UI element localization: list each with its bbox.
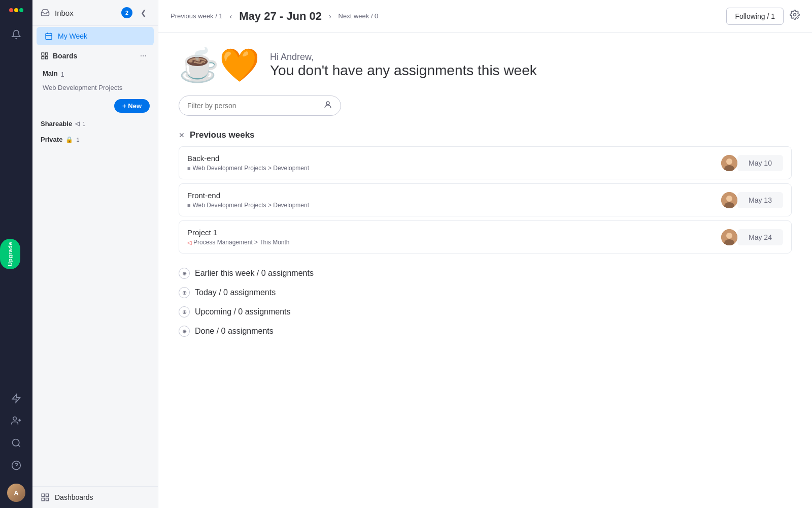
private-label: Private [41, 136, 62, 143]
new-button[interactable]: + New [114, 99, 150, 113]
upgrade-button[interactable]: Upgrade [0, 239, 20, 269]
prev-week-arrow[interactable]: ‹ [228, 12, 234, 20]
svg-point-23 [726, 158, 732, 165]
filter-person-icon [323, 100, 332, 111]
search-icon[interactable] [6, 433, 26, 453]
svg-point-20 [794, 14, 796, 16]
boards-more-button[interactable]: ··· [137, 50, 150, 61]
my-week-label: My Week [58, 32, 87, 40]
previous-weeks-header[interactable]: ✕ Previous weeks [179, 130, 792, 140]
task-path-text: Process Management > This Month [193, 239, 290, 246]
upcoming-toggle-icon[interactable]: ⊕ [179, 306, 190, 318]
logo-dot-yellow [14, 8, 18, 12]
boards-label: Boards [53, 52, 77, 60]
task-path-icon: ≡ [187, 165, 190, 171]
dashboards-icon [41, 493, 50, 502]
main-section-label: Main [43, 70, 58, 77]
welcome-greeting: Hi Andrew, [270, 52, 537, 62]
previous-weeks-toggle[interactable]: ✕ [179, 131, 185, 139]
task-path: ◁ Process Management > This Month [187, 239, 721, 246]
prev-week-label: Previous week / 1 [171, 12, 223, 20]
private-count: 1 [76, 137, 79, 143]
add-person-icon[interactable] [6, 410, 26, 431]
task-avatar [721, 155, 737, 171]
shareable-count: 1 [82, 121, 85, 127]
task-card-backend[interactable]: Back-end ≡ Web Development Projects > De… [179, 146, 792, 179]
earlier-toggle-icon[interactable]: ⊕ [179, 268, 190, 279]
task-date: May 13 [737, 192, 783, 208]
svg-rect-8 [46, 34, 52, 40]
shareable-icon: ◁ [75, 120, 79, 127]
shareable-label: Shareable [41, 120, 72, 128]
avatar-section[interactable]: A [0, 484, 32, 502]
user-avatar[interactable]: A [7, 484, 25, 502]
task-card-frontend[interactable]: Front-end ≡ Web Development Projects > D… [179, 183, 792, 216]
svg-rect-19 [46, 498, 49, 501]
svg-point-26 [726, 196, 732, 202]
today-section[interactable]: ⊕ Today / 0 assignments [179, 287, 792, 298]
welcome-text: Hi Andrew, You don't have any assignment… [270, 52, 537, 79]
task-info: Back-end ≡ Web Development Projects > De… [187, 154, 721, 172]
task-card-project1[interactable]: Project 1 ◁ Process Management > This Mo… [179, 220, 792, 253]
new-button-wrap: + New [32, 96, 158, 116]
task-avatar [721, 229, 737, 245]
upcoming-section[interactable]: ⊕ Upcoming / 0 assignments [179, 306, 792, 318]
filter-input[interactable] [187, 102, 323, 110]
svg-rect-15 [45, 56, 48, 59]
filter-section [179, 96, 792, 116]
following-button[interactable]: Following / 1 [726, 8, 784, 25]
task-name: Front-end [187, 191, 721, 200]
calendar-icon [45, 32, 53, 40]
inbox-badge: 2 [121, 7, 132, 18]
done-section[interactable]: ⊕ Done / 0 assignments [179, 326, 792, 337]
week-navigation: Previous week / 1 ‹ May 27 - Jun 02 › Ne… [171, 10, 378, 23]
previous-weeks-title: Previous weeks [190, 130, 255, 140]
task-cards: Back-end ≡ Web Development Projects > De… [179, 146, 792, 253]
svg-point-21 [326, 102, 329, 105]
next-week-arrow[interactable]: › [327, 12, 333, 20]
help-icon[interactable] [6, 455, 26, 475]
earlier-title: Earlier this week / 0 assignments [195, 269, 314, 278]
today-title: Today / 0 assignments [195, 288, 276, 297]
boards-icon [41, 52, 49, 60]
task-path-text: Web Development Projects > Development [192, 202, 309, 209]
private-lock-icon: 🔒 [65, 136, 73, 143]
main-section: Main 1 Web Development Projects [32, 66, 158, 96]
sidebar-item-my-week[interactable]: My Week [37, 27, 154, 45]
welcome-emoji: ☕🧡 [179, 49, 260, 81]
task-date: May 24 [737, 229, 783, 245]
task-name: Back-end [187, 154, 721, 163]
main-content: Previous week / 1 ‹ May 27 - Jun 02 › Ne… [158, 0, 812, 508]
svg-rect-18 [42, 498, 44, 501]
previous-weeks-section: ✕ Previous weeks Back-end ≡ Web Developm… [179, 130, 792, 253]
svg-line-5 [18, 445, 20, 447]
sidebar: Inbox 2 ❮ My Week Boards ··· Main [32, 0, 158, 508]
task-path-icon: ◁ [187, 239, 191, 246]
dashboards-label: Dashboards [55, 493, 93, 501]
board-item-web-dev[interactable]: Web Development Projects [41, 81, 150, 94]
task-name: Project 1 [187, 228, 721, 237]
svg-marker-0 [13, 394, 20, 403]
shareable-section[interactable]: Shareable ◁ 1 [32, 116, 158, 132]
earlier-this-week-section[interactable]: ⊕ Earlier this week / 0 assignments [179, 268, 792, 279]
upgrade-label[interactable]: Upgrade [0, 239, 20, 269]
collapse-button[interactable]: ❮ [138, 8, 150, 18]
filter-input-wrap[interactable] [179, 96, 341, 116]
inbox-icon [41, 8, 50, 17]
settings-button[interactable] [790, 10, 800, 22]
task-path-icon: ≡ [187, 202, 190, 208]
next-week-label: Next week / 0 [339, 12, 379, 20]
done-toggle-icon[interactable]: ⊕ [179, 326, 190, 337]
content-area: ☕🧡 Hi Andrew, You don't have any assignm… [158, 33, 812, 508]
svg-rect-13 [45, 53, 48, 55]
bell-icon[interactable] [6, 24, 26, 45]
sidebar-footer[interactable]: Dashboards [32, 486, 158, 508]
inbox-header[interactable]: Inbox 2 ❮ [32, 0, 158, 26]
private-section[interactable]: Private 🔒 1 [32, 132, 158, 147]
done-title: Done / 0 assignments [195, 327, 274, 336]
task-info: Project 1 ◁ Process Management > This Mo… [187, 228, 721, 246]
today-toggle-icon[interactable]: ⊕ [179, 287, 190, 298]
svg-point-4 [13, 439, 19, 446]
lightning-icon[interactable] [6, 388, 26, 408]
logo-dot-red [9, 8, 13, 12]
